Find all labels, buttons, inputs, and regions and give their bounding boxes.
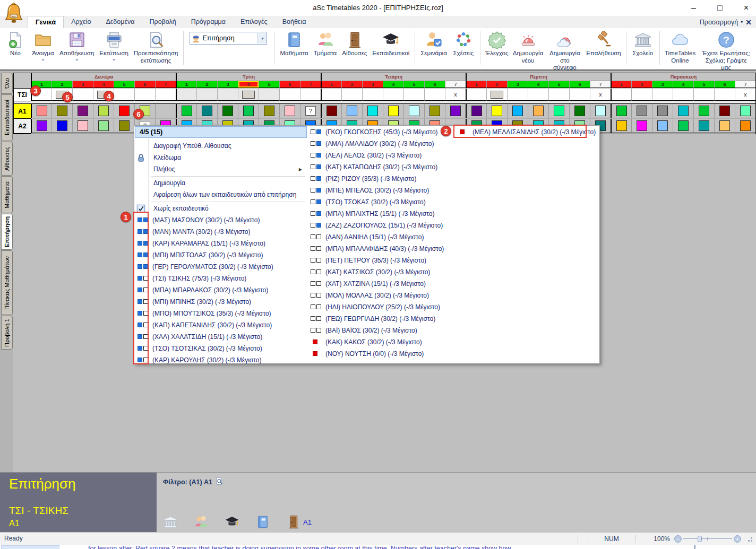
teachers-cap-icon[interactable] [225, 515, 239, 529]
teacher-menu-item[interactable]: (ΜΠΑ) ΜΠΑΙΧΤΗΣ (15/1) (-/3 Μέγιστο) [307, 208, 454, 220]
lesson-card[interactable] [492, 106, 502, 116]
lesson-cell[interactable] [693, 104, 714, 118]
supervision-cell[interactable]: x [735, 89, 755, 101]
supervision-cell[interactable]: x [445, 89, 466, 101]
teacher-menu-item[interactable]: (ΜΠΑ) ΜΠΑΡΔΑΚΟΣ (30/2) (-/3 Μέγιστο) [134, 284, 307, 296]
period-header-cell[interactable]: 5 [114, 81, 134, 88]
lesson-card[interactable] [533, 106, 544, 116]
period-header-cell[interactable]: 5 [403, 81, 424, 88]
supervision-cell[interactable] [486, 89, 507, 101]
period-header-cell[interactable]: 7 [590, 81, 611, 88]
teachers-button[interactable]: Εκπαιδευτικοί [370, 30, 412, 57]
supervision-cell[interactable] [134, 89, 155, 101]
teacher-menu-item[interactable]: (ΑΜΑ) ΑΜΑΛΙΔΟΥ (30/2) (-/3 Μέγιστο) [307, 138, 454, 150]
lesson-card[interactable] [699, 106, 709, 116]
supervision-cell[interactable] [466, 89, 486, 101]
period-header-cell[interactable]: 3 [362, 81, 383, 88]
period-header-cell[interactable]: 6 [134, 81, 155, 88]
lesson-cell[interactable] [155, 104, 176, 118]
period-header-cell[interactable]: 2 [341, 81, 362, 88]
seminars-button[interactable]: Σεμινάρια [418, 30, 450, 57]
lesson-card[interactable] [637, 106, 647, 116]
lesson-card[interactable] [719, 106, 730, 116]
period-header-cell[interactable]: 7 [300, 81, 321, 88]
lesson-card[interactable] [285, 106, 295, 116]
supervision-cell[interactable] [528, 89, 548, 101]
lesson-cell[interactable] [72, 119, 93, 133]
lesson-card[interactable] [367, 106, 378, 116]
close-button[interactable]: × [744, 3, 749, 13]
classrooms-door-icon[interactable] [286, 515, 301, 529]
period-header-cell[interactable]: 2 [631, 81, 652, 88]
school-button[interactable]: Σχολείο [629, 30, 657, 57]
menu-tab-general[interactable]: Γενικά [28, 16, 64, 28]
lesson-cell[interactable] [445, 104, 466, 118]
lesson-cell[interactable] [31, 104, 51, 118]
period-header-cell[interactable]: 4 [93, 81, 114, 88]
lesson-cell[interactable] [631, 119, 652, 133]
lesson-card[interactable] [37, 120, 47, 131]
period-header-cell[interactable]: 6 [569, 81, 590, 88]
lesson-cell[interactable] [652, 119, 673, 133]
lesson-card[interactable] [657, 120, 668, 131]
check-button[interactable]: Έλεγχος [483, 30, 511, 57]
lesson-card[interactable] [37, 106, 47, 116]
lesson-cell[interactable] [176, 104, 196, 118]
menu-tab-view[interactable]: Προβολή [142, 16, 184, 28]
teacher-menu-item[interactable]: (ΛΕΛ) ΛΕΛΟΣ (30/2) (-/3 Μέγιστο) [307, 150, 454, 161]
menu-item-remove-all-teachers[interactable]: Αφαίρεση όλων των εκπαιδευτικών από επιτ… [134, 189, 307, 201]
teacher-menu-item[interactable]: (ΗΛΙ) ΗΛΙΟΠΟΥΛΟΥ (25/2) (-/3 Μέγιστο) [307, 301, 454, 313]
teacher-menu-item[interactable]: (ΤΣΟ) ΤΣΟΚΑΣ (30/2) (-/3 Μέγιστο) [307, 196, 454, 208]
lesson-cell[interactable] [486, 104, 507, 118]
supervision-cell[interactable] [507, 89, 528, 101]
teacher-menu-item[interactable]: (ΖΑΖ) ΖΑΖΟΠΟΥΛΟΣ (15/1) (-/3 Μέγιστο) [307, 220, 454, 231]
supervision-cell[interactable] [321, 89, 341, 101]
lesson-card[interactable] [678, 120, 689, 131]
lesson-card[interactable] [78, 106, 88, 116]
lesson-cell[interactable] [31, 119, 51, 133]
supervision-cell[interactable] [652, 89, 673, 101]
lesson-card[interactable] [78, 120, 88, 131]
period-header-cell[interactable]: 1 [466, 81, 486, 88]
lesson-cell[interactable] [114, 119, 134, 133]
lesson-card[interactable] [222, 106, 233, 116]
lesson-card[interactable] [699, 120, 709, 131]
supervision-cell[interactable] [259, 89, 279, 101]
side-tab-classrooms[interactable]: Αίθουσες [1, 142, 13, 176]
zoom-slider-track[interactable] [683, 535, 732, 543]
period-header-cell[interactable]: 2 [51, 81, 72, 88]
menu-tab-timetable[interactable]: Πρόγραμμα [184, 16, 233, 28]
app-logo-bell-icon[interactable]: asc [4, 2, 24, 25]
verification-button[interactable]: Επαλήθευση [584, 30, 623, 57]
period-header-cell[interactable]: 2 [196, 81, 217, 88]
menu-item-count[interactable]: Πλήθος▶ [134, 163, 307, 175]
lesson-cell[interactable] [259, 104, 279, 118]
supervision-cell[interactable] [548, 89, 569, 101]
classes-people-icon[interactable] [194, 515, 209, 529]
lesson-cell[interactable] [673, 104, 693, 118]
lesson-card[interactable] [119, 120, 130, 131]
menu-header[interactable]: 4/5 (15) [135, 126, 307, 138]
customize-control[interactable]: Προσαρμογή ▾ ✕ [700, 16, 752, 28]
teacher-menu-item[interactable]: (ΜΠΕ) ΜΠΕΛΟΣ (30/2) (-/3 Μέγιστο) [307, 185, 454, 196]
period-header-cell[interactable]: 3 [507, 81, 528, 88]
supervision-cell[interactable] [693, 89, 714, 101]
chevron-down-icon[interactable]: ▾ [113, 58, 115, 62]
lesson-cell[interactable] [72, 104, 93, 118]
supervision-slot-box[interactable] [491, 91, 503, 99]
supervision-cell[interactable] [673, 89, 693, 101]
lesson-card[interactable] [637, 120, 647, 131]
lesson-cell[interactable] [321, 104, 341, 118]
period-header-cell[interactable]: 1 [611, 81, 631, 88]
supervision-cell[interactable] [300, 89, 321, 101]
unknown-lesson-card[interactable]: ? [305, 106, 316, 116]
supervision-cell[interactable] [631, 89, 652, 101]
resize-grip[interactable] [746, 536, 753, 542]
lesson-card[interactable] [471, 106, 482, 116]
lesson-card[interactable] [264, 106, 274, 116]
lesson-cell[interactable] [383, 104, 403, 118]
lesson-cell[interactable] [424, 104, 445, 118]
period-header-cell[interactable]: 3 [217, 81, 238, 88]
teacher-menu-item[interactable]: (ΚΑΡ) ΚΑΡΟΥΔΗΣ (30/2) (-/3 Μέγιστο) [134, 354, 307, 366]
teacher-menu-item[interactable]: (ΔΑΝ) ΔΑΝΙΗΛ (15/1) (-/3 Μέγιστο) [307, 231, 454, 243]
